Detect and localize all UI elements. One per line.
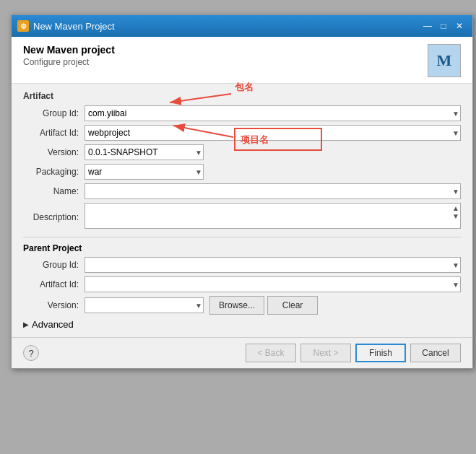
parent-version-row: Version: ▼ Browse... Clear — [23, 296, 461, 315]
artifact-id-label: Artifact Id: — [23, 128, 85, 138]
dialog-subtitle: Configure project — [23, 57, 115, 67]
parent-artifact-id-label: Artifact Id: — [23, 279, 85, 289]
description-label: Description: — [23, 212, 85, 222]
title-bar: ⚙ New Maven Project — □ ✕ — [12, 15, 472, 37]
group-id-wrapper: ▼ — [85, 105, 461, 121]
packaging-wrapper: war jar pom ▼ — [85, 164, 204, 180]
version-row: Version: 0.0.1-SNAPSHOT ▼ — [23, 144, 461, 160]
parent-group-id-wrapper: ▼ — [85, 257, 461, 273]
close-button[interactable]: ✕ — [452, 19, 467, 33]
packaging-select[interactable]: war jar pom — [85, 164, 204, 180]
group-id-input[interactable] — [85, 105, 461, 121]
version-wrapper: 0.0.1-SNAPSHOT ▼ — [85, 144, 204, 160]
advanced-arrow-icon: ▶ — [23, 320, 29, 328]
footer-buttons: < Back Next > Finish Cancel — [246, 344, 461, 362]
artifact-id-wrapper: ▼ — [85, 125, 461, 141]
description-wrapper: ▲▼ — [85, 203, 461, 231]
dialog-footer: ? < Back Next > Finish Cancel — [12, 337, 472, 368]
parent-section-label: Parent Project — [23, 243, 461, 253]
name-row: Name: ▼ — [23, 183, 461, 199]
maximize-button[interactable]: □ — [436, 19, 451, 33]
dialog-header: New Maven project Configure project M — [12, 37, 472, 84]
name-label: Name: — [23, 186, 85, 196]
group-id-label: Group Id: — [23, 108, 85, 118]
cancel-button[interactable]: Cancel — [410, 344, 461, 362]
help-button[interactable]: ? — [23, 345, 39, 361]
dialog-title: New Maven project — [23, 44, 115, 56]
window-icon: ⚙ — [17, 20, 29, 32]
parent-group-id-label: Group Id: — [23, 260, 85, 270]
browse-button[interactable]: Browse... — [209, 296, 264, 315]
header-text: New Maven project Configure project — [23, 44, 115, 67]
dialog-body: Artifact Group Id: ▼ Artifact Id: ▼ Vers… — [12, 84, 472, 337]
artifact-section-label: Artifact — [23, 91, 461, 101]
description-textarea[interactable] — [85, 203, 461, 229]
artifact-id-input[interactable] — [85, 125, 461, 141]
next-button[interactable]: Next > — [300, 344, 351, 362]
advanced-label: Advanced — [32, 319, 74, 330]
name-wrapper: ▼ — [85, 183, 461, 199]
parent-artifact-id-row: Artifact Id: ▼ — [23, 276, 461, 292]
parent-version-select[interactable] — [85, 297, 204, 313]
browse-clear-group: Browse... Clear — [209, 296, 318, 315]
name-input[interactable] — [85, 183, 461, 199]
dialog-window: ⚙ New Maven Project — □ ✕ New Maven proj… — [11, 14, 473, 369]
parent-group-id-input[interactable] — [85, 257, 461, 273]
version-label: Version: — [23, 147, 85, 157]
description-row: Description: ▲▼ — [23, 203, 461, 231]
parent-group-id-row: Group Id: ▼ — [23, 257, 461, 273]
parent-version-label: Version: — [23, 300, 85, 310]
artifact-id-row: Artifact Id: ▼ — [23, 125, 461, 141]
clear-button[interactable]: Clear — [267, 296, 318, 315]
packaging-row: Packaging: war jar pom ▼ — [23, 164, 461, 180]
footer-left: ? — [23, 345, 39, 361]
back-button[interactable]: < Back — [246, 344, 296, 362]
parent-artifact-id-wrapper: ▼ — [85, 276, 461, 292]
version-select[interactable]: 0.0.1-SNAPSHOT — [85, 144, 204, 160]
separator — [23, 237, 461, 237]
minimize-button[interactable]: — — [420, 19, 435, 33]
parent-version-wrapper: ▼ — [85, 297, 204, 313]
window-controls: — □ ✕ — [420, 19, 467, 33]
maven-logo: M — [428, 44, 461, 77]
parent-artifact-id-input[interactable] — [85, 276, 461, 292]
group-id-row: Group Id: ▼ — [23, 105, 461, 121]
packaging-label: Packaging: — [23, 167, 85, 177]
finish-button[interactable]: Finish — [355, 344, 406, 362]
window-title: New Maven Project — [33, 21, 420, 32]
advanced-row[interactable]: ▶ Advanced — [23, 319, 461, 330]
